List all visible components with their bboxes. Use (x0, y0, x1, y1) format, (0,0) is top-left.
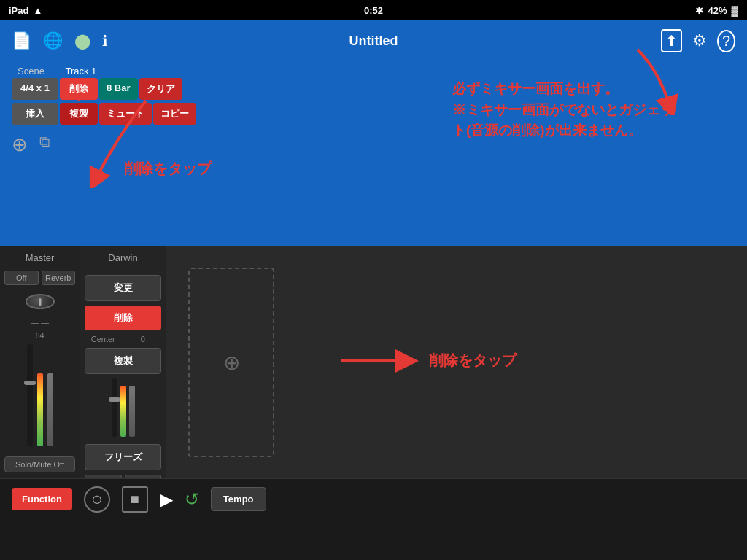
bottom-section: Master Off Reverb — — 64 Solo/Mute Off D… (0, 246, 747, 519)
time-display: 0:52 (364, 5, 383, 16)
darwin-meter-2 (129, 386, 135, 437)
cell-insert[interactable]: 挿入 (12, 103, 58, 125)
annotation-right: 必ずミキサー画面を出す。 ※ミキサー画面がでないとガジェッ ト(音源の削除)が出… (452, 79, 674, 141)
pan-label: — — (4, 318, 75, 327)
wifi-icon: ▲ (33, 5, 42, 16)
annotation-left: 削除をタップ (124, 159, 212, 179)
track-label: Track 1 (52, 64, 110, 78)
top-section: 📄 🌐 ⬤ ℹ Untitled ⬆ ⚙ ? Scene Track 1 4/4… (0, 20, 747, 246)
fader-thumb (24, 381, 36, 385)
solo-mute-btn[interactable]: Solo/Mute Off (4, 456, 75, 472)
zero-label: 0 (125, 335, 162, 343)
transport-bar: Function ○ ■ ▶ ↺ Tempo (0, 478, 747, 519)
mixer-arrow-svg (334, 339, 422, 383)
master-knob[interactable] (26, 294, 55, 309)
master-fader-area (4, 344, 75, 449)
darwin-freeze-btn[interactable]: フリーズ (85, 444, 161, 470)
status-bar-left: iPad ▲ (9, 5, 42, 16)
device-label: iPad (9, 5, 28, 16)
battery-label: 42% (708, 5, 727, 16)
toolbar-title: Untitled (349, 34, 398, 49)
add-scene-icon[interactable]: ⊕ (12, 133, 28, 156)
function-btn[interactable]: Function (12, 488, 72, 510)
status-bar-right: ✱ 42% ▓ (695, 5, 738, 16)
darwin-label: Darwin (85, 252, 161, 263)
darwin-delete-btn[interactable]: 削除 (85, 306, 161, 330)
status-bar: iPad ▲ 0:52 ✱ 42% ▓ (0, 0, 747, 20)
reverb-btn[interactable]: Reverb (42, 271, 76, 285)
scene-label: Scene (12, 64, 50, 78)
darwin-fader-thumb (109, 397, 120, 402)
toolbar-left: 📄 🌐 ⬤ ℹ (12, 31, 108, 50)
darwin-fader-area (85, 378, 161, 440)
darwin-channel: Darwin ■■■■■■ ▬▬▬▬ 変更 削除 Center 0 複製 (80, 246, 166, 478)
darwin-copy-btn[interactable]: 複製 (85, 348, 161, 374)
apps-icon[interactable]: ⬤ (74, 32, 90, 50)
meter-bar (37, 373, 43, 446)
bluetooth-icon: ✱ (695, 5, 703, 16)
dashed-box: ⊕ (188, 268, 274, 457)
new-doc-icon[interactable]: 📄 (12, 31, 31, 50)
cell-time-sig[interactable]: 4/4 x 1 (12, 78, 58, 100)
record-btn[interactable]: ↺ (185, 489, 199, 510)
globe-icon[interactable]: 🌐 (43, 31, 63, 50)
add-track-icon[interactable]: ⊕ (223, 351, 240, 375)
mixer-area: Master Off Reverb — — 64 Solo/Mute Off D… (0, 246, 747, 478)
tempo-btn[interactable]: Tempo (211, 487, 266, 511)
master-label: Master (4, 252, 75, 263)
square-btn[interactable]: ■ (122, 486, 148, 513)
center-pan-row: Center 0 (85, 335, 161, 343)
battery-icon: ▓ (732, 5, 738, 16)
darwin-fader[interactable] (112, 378, 117, 437)
circle-btn[interactable]: ○ (84, 486, 110, 513)
darwin-meter-1 (120, 386, 126, 437)
info-icon[interactable]: ℹ (102, 32, 108, 50)
off-btn[interactable]: Off (4, 271, 39, 285)
channel-value: 64 (4, 331, 75, 340)
meter-bar-2 (47, 373, 53, 446)
scene-column: Scene (12, 64, 50, 78)
play-btn[interactable]: ▶ (160, 489, 173, 510)
master-fader[interactable] (27, 344, 33, 446)
fx-buttons: Off Reverb (4, 271, 75, 285)
status-bar-center: 0:52 (364, 5, 383, 16)
copy-scene-icon[interactable]: ⧉ (39, 133, 50, 156)
master-channel: Master Off Reverb — — 64 Solo/Mute Off (0, 246, 80, 478)
settings-icon[interactable]: ⚙ (692, 31, 707, 50)
darwin-change-btn[interactable]: 変更 (85, 275, 161, 301)
mixer-annotation: 削除をタップ (429, 351, 516, 370)
help-icon[interactable]: ? (717, 30, 735, 52)
track-main-area: ⊕ 削除をタップ (166, 246, 747, 478)
center-label: Center (85, 335, 122, 343)
